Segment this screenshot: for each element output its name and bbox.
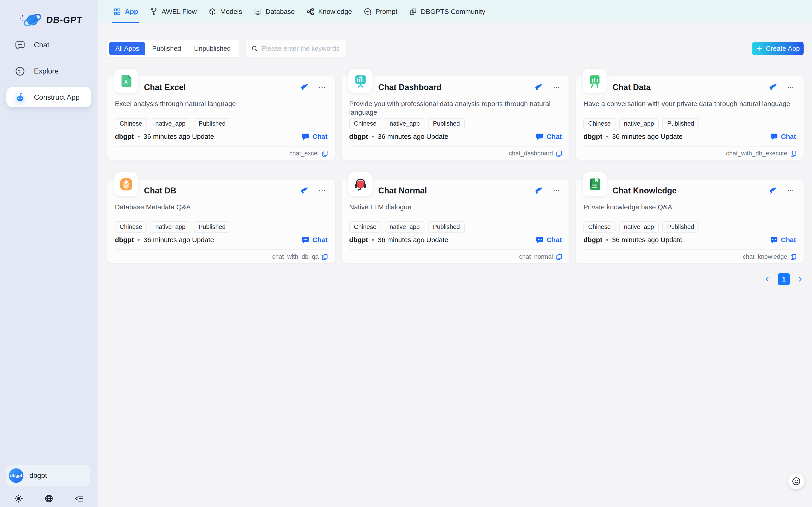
create-app-button[interactable]: Create App — [752, 42, 804, 55]
copy-icon[interactable] — [790, 150, 797, 157]
share-wing-icon[interactable] — [534, 186, 543, 195]
collapse-sidebar-icon[interactable] — [75, 494, 84, 503]
card-header: Chat Excel — [144, 82, 326, 92]
card-footer: chat_knowledge — [743, 253, 797, 260]
copy-icon[interactable] — [321, 150, 328, 157]
card-footer: chat_dashboard — [509, 150, 562, 157]
copy-icon[interactable] — [321, 253, 328, 260]
copy-icon[interactable] — [556, 253, 562, 260]
updated-time: 36 minutes ago Update — [612, 236, 683, 244]
tag-pill: Published — [428, 118, 465, 129]
top-nav-tab-label: App — [125, 8, 138, 15]
ellipsis-icon[interactable] — [553, 187, 560, 194]
filter-tab[interactable]: Published — [146, 42, 187, 55]
chat-link[interactable]: Chat — [536, 236, 562, 244]
chat-link[interactable]: Chat — [536, 132, 562, 140]
card-actions — [300, 186, 326, 195]
logo-text: DB-GPT — [46, 15, 83, 25]
app-card[interactable]: X Chat Excel Excel analysis through natu… — [107, 76, 335, 160]
ellipsis-icon[interactable] — [787, 83, 795, 91]
scene-code: chat_knowledge — [743, 253, 787, 260]
copy-icon[interactable] — [556, 150, 562, 157]
chat-bubble-filled-icon — [301, 132, 310, 140]
feedback-fab[interactable] — [788, 473, 804, 489]
tag-pill: Chinese — [349, 221, 381, 233]
tag-pill: native_app — [385, 118, 424, 129]
sidebar: DB-GPT Chat Explore Construct App dbgpt … — [0, 0, 98, 507]
app-icon-tile — [349, 172, 373, 196]
plus-icon — [756, 45, 763, 52]
search-input[interactable] — [262, 45, 347, 52]
top-nav-tab[interactable]: Prompt — [358, 0, 403, 23]
scene-code: chat_excel — [289, 150, 319, 157]
sidebar-item[interactable]: Explore — [0, 58, 98, 84]
ellipsis-icon[interactable] — [318, 83, 326, 91]
app-card[interactable]: Chat Normal Native LLM dialogue Chinese … — [341, 179, 569, 263]
globe-icon[interactable] — [44, 494, 53, 503]
top-nav-tab-label: DBGPTS Community — [421, 8, 485, 15]
chat-link[interactable]: Chat — [301, 236, 327, 244]
svg-text:X: X — [124, 79, 128, 84]
ellipsis-icon[interactable] — [553, 83, 560, 91]
card-actions — [534, 186, 560, 195]
user-profile[interactable]: dbgpt dbgpt — [6, 465, 90, 486]
top-nav-tab[interactable]: Models — [203, 0, 248, 23]
theme-sun-icon[interactable] — [14, 494, 23, 503]
chat-bubble-filled-icon — [770, 132, 778, 140]
chat-link[interactable]: Chat — [770, 132, 796, 140]
chevron-right-icon[interactable] — [797, 276, 804, 283]
chat-link[interactable]: Chat — [770, 236, 796, 244]
tag-pill: Published — [662, 221, 699, 233]
ellipsis-icon[interactable] — [787, 187, 795, 194]
app-title: Chat Dashboard — [378, 82, 441, 92]
search-box[interactable] — [246, 40, 347, 57]
tag-pill: Chinese — [583, 221, 616, 233]
filter-tab[interactable]: Unpublished — [188, 42, 237, 55]
chat-link[interactable]: Chat — [301, 132, 327, 140]
page-number-button[interactable]: 1 — [778, 273, 790, 285]
tag-pill: Published — [194, 221, 231, 233]
sidebar-item[interactable]: Chat — [0, 32, 98, 58]
card-footer: chat_with_db_qa — [272, 253, 328, 260]
sidebar-item[interactable]: Construct App — [6, 87, 91, 107]
tag-pill: Chinese — [115, 118, 147, 129]
knowledge-book-icon — [587, 177, 602, 192]
app-description: Native LLM dialogue — [349, 203, 560, 211]
chat-link-label: Chat — [312, 236, 327, 244]
top-nav-tab[interactable]: Knowledge — [301, 0, 358, 23]
app-card-grid: X Chat Excel Excel analysis through natu… — [107, 76, 804, 263]
top-nav-tab[interactable]: App — [107, 0, 144, 23]
avatar: dbgpt — [9, 468, 23, 483]
sidebar-nav: Chat Explore Construct App — [0, 32, 98, 110]
app-card[interactable]: Chat Data Have a conversation with your … — [576, 76, 804, 160]
top-nav-tab[interactable]: DBGPTS Community — [403, 0, 491, 23]
card-actions — [768, 83, 795, 92]
owner-name: dbgpt — [349, 133, 368, 140]
card-header: Chat Knowledge — [613, 186, 795, 195]
top-nav-tab[interactable]: AWEL Flow — [144, 0, 202, 23]
share-wing-icon[interactable] — [300, 83, 309, 92]
user-name: dbgpt — [29, 471, 47, 480]
app-card[interactable]: Chat DB Database Metadata Q&A Chinese na… — [107, 179, 335, 263]
share-wing-icon[interactable] — [300, 186, 309, 195]
app-card[interactable]: Chat Knowledge Private knowledge base Q&… — [576, 179, 804, 263]
share-wing-icon[interactable] — [768, 83, 777, 92]
card-actions — [300, 83, 326, 92]
create-app-label: Create App — [766, 45, 800, 52]
ellipsis-icon[interactable] — [318, 187, 326, 194]
filter-tab[interactable]: All Apps — [109, 42, 145, 55]
copy-icon[interactable] — [790, 253, 797, 260]
updated-time: 36 minutes ago Update — [378, 133, 448, 140]
share-wing-icon[interactable] — [534, 83, 543, 92]
app-description: Have a conversation with your private da… — [583, 100, 795, 108]
meta-separator: • — [606, 133, 609, 140]
share-wing-icon[interactable] — [768, 186, 777, 195]
card-divider — [349, 146, 562, 147]
chevron-left-icon[interactable] — [764, 276, 771, 283]
app-logo[interactable]: DB-GPT — [18, 10, 82, 30]
top-nav-tab[interactable]: SQL Database — [248, 0, 301, 23]
app-description: Private knowledge base Q&A — [583, 203, 795, 211]
owner-name: dbgpt — [583, 133, 602, 140]
card-footer: chat_excel — [289, 150, 328, 157]
app-card[interactable]: Chat Dashboard Provide you with professi… — [341, 76, 569, 160]
